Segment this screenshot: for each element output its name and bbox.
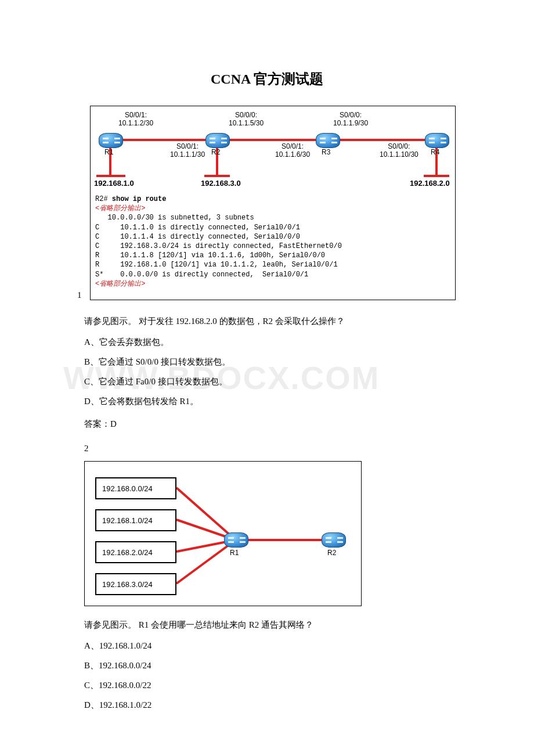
iface-r1-s001: S0/0/1: 10.1.1.2/30 [118,111,153,128]
q2-option-d: D、192.168.1.0/22 [84,700,450,711]
router-r3-icon [316,133,340,148]
router-r2b-icon [322,532,346,548]
router-r2-icon [205,133,230,148]
router-r1b-label: R1 [230,549,239,557]
page-title: CCNA 官方测试题 [84,70,450,88]
q2-option-a: A、192.168.1.0/24 [84,640,450,651]
diagram-2: 192.168.0.0/24 192.168.1.0/24 192.168.2.… [84,461,362,606]
question-1-number: 1 [77,290,82,300]
iface-r4-s000: S0/0/0: 10.1.1.10/30 [380,142,418,159]
subnet-box-3: 192.168.3.0/24 [95,573,176,595]
cli-command: show ip route [112,195,167,203]
cli-line-6: S* 0.0.0.0/0 is directly connected, Seri… [95,271,308,279]
q1-option-a: A、它会丢弃数据包。 [84,337,450,348]
cli-line-1: C 10.1.1.0 is directly connected, Serial… [95,224,300,232]
q1-option-b: B、它会通过 S0/0/0 接口转发数据包。 [84,357,450,368]
router-r2-label: R2 [211,148,220,156]
subnet-box-0: 192.168.0.0/24 [95,477,176,499]
router-r1b-icon [224,532,248,548]
svg-line-9 [176,488,236,540]
question-2-number: 2 [84,441,450,455]
cli-line-5: R 192.168.1.0 [120/1] via 10.1.1.2, lea0… [95,261,338,269]
router-r4-label: R4 [431,148,439,156]
diagram-1: R1 R2 R3 R4 S0/0/1: 10.1.1.2/30 S0/0/1: … [90,106,456,300]
subnet-box-1: 192.168.1.0/24 [95,509,176,531]
iface-r2-s001: S0/0/1: 10.1.1.1/30 [170,142,205,159]
cli-omit-top: <省略部分输出> [95,204,145,213]
iface-r2-s000: S0/0/0: 10.1.1.5/30 [229,111,264,128]
cli-line-2: C 10.1.1.4 is directly connected, Serial… [95,233,300,241]
net-right: 192.168.2.0 [410,179,450,188]
net-left: 192.168.1.0 [94,179,134,188]
q2-option-c: C、192.168.0.0/22 [84,680,450,691]
cli-prompt: R2# [95,195,112,203]
router-r4-icon [425,133,449,148]
q1-answer: 答案：D [84,419,450,430]
cli-line-4: R 10.1.1.8 [120/1] via 10.1.1.6, 1d00h, … [95,251,325,260]
q1-option-d: D、它会将数据包转发给 R1。 [84,396,450,407]
router-r1-label: R1 [104,148,113,156]
iface-r3-s001: S0/0/1: 10.1.1.6/30 [275,142,310,159]
q2-option-b: B、192.168.0.0/24 [84,660,450,671]
iface-r3-s000: S0/0/0: 10.1.1.9/30 [333,111,368,128]
router-r3-label: R3 [322,148,330,156]
cli-line-0: 10.0.0.0/30 is subnetted, 3 subnets [95,214,254,222]
net-mid: 192.168.3.0 [201,179,241,188]
router-r2b-label: R2 [327,549,336,557]
cli-line-3: C 192.168.3.0/24 is directly connected, … [95,242,342,250]
subnet-box-2: 192.168.2.0/24 [95,541,176,563]
q1-option-c: C、它会通过 Fa0/0 接口转发数据包。 [84,376,450,387]
terminal-output: R2# show ip route <省略部分输出> 10.0.0.0/30 i… [91,192,455,291]
cli-omit-bottom: <省略部分输出> [95,280,145,288]
router-r1-icon [99,133,123,148]
question-2-text: 请参见图示。 R1 会使用哪一总结地址来向 R2 通告其网络？ [84,618,450,632]
question-1-text: 请参见图示。 对于发往 192.168.2.0 的数据包，R2 会采取什么操作？ [84,314,450,328]
